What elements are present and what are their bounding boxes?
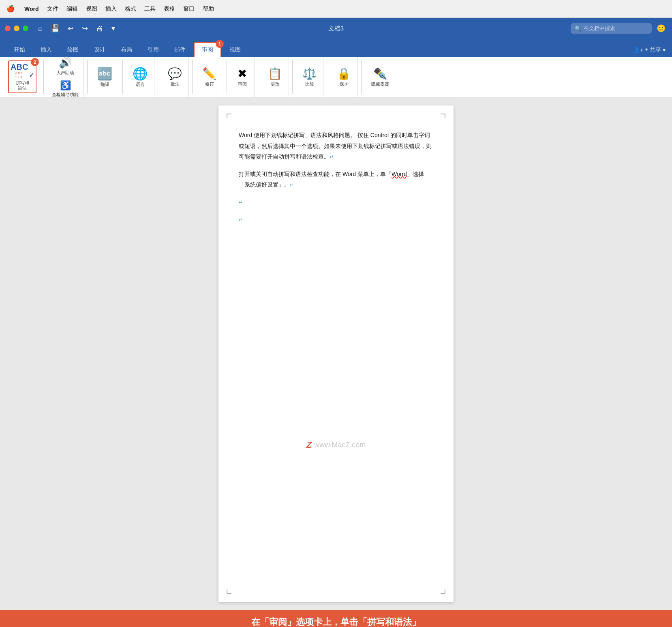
- menu-help[interactable]: 帮助: [203, 5, 214, 13]
- review-button[interactable]: ✖ 审阅: [234, 64, 250, 89]
- tab-layout[interactable]: 布局: [113, 43, 139, 57]
- main-area: Word 使用下划线标记拼写、语法和风格问题。 按住 Control 的同时单击…: [0, 97, 672, 610]
- divider-3: [122, 60, 123, 94]
- tab-start[interactable]: 开始: [6, 43, 32, 57]
- tab-design[interactable]: 设计: [87, 43, 113, 57]
- tab-view[interactable]: 视图: [222, 43, 248, 57]
- divider-8: [292, 60, 293, 94]
- search-icon: 🔍: [575, 26, 581, 32]
- titlebar-right: 🔍 在文档中搜索 🙂: [571, 23, 666, 34]
- menu-window[interactable]: 窗口: [183, 5, 195, 13]
- print-button[interactable]: 🖨: [93, 23, 107, 34]
- compare-button[interactable]: ⚖️ 比较: [299, 64, 320, 89]
- hide-ink-label: 隐藏墨迹: [371, 82, 389, 87]
- menu-edit[interactable]: 编辑: [66, 5, 78, 13]
- spell-grammar-button[interactable]: 2 ABC ABC123 ✓ 拼写和 语法: [8, 60, 36, 93]
- menu-format[interactable]: 格式: [125, 5, 136, 13]
- divider-1: [43, 60, 44, 94]
- menu-insert[interactable]: 插入: [105, 5, 117, 13]
- comment-label: 批注: [171, 82, 180, 87]
- doc-paragraph-1: Word 使用下划线标记拼写、语法和风格问题。 按住 Control 的同时单击…: [239, 130, 433, 162]
- group-review: ✖ 审阅: [230, 57, 255, 97]
- doc-paragraph-empty-1: ↵: [239, 197, 433, 208]
- spell-badge: 2: [31, 58, 39, 66]
- word-error: Worrd: [392, 171, 407, 177]
- protect-icon: 🔒: [337, 67, 351, 80]
- divider-5: [192, 60, 193, 94]
- customize-button[interactable]: ▾: [108, 22, 118, 34]
- document-title: 文档3: [328, 25, 344, 32]
- hide-ink-button[interactable]: ✒️ 隐藏墨迹: [368, 64, 392, 89]
- hide-ink-icon: ✒️: [373, 67, 387, 80]
- doc-paragraph-2: 打开或关闭自动拼写和语法检查功能，在 Word 菜单上，单「Worrd」选择「系…: [239, 169, 433, 190]
- watermark-text: www.MacZ.com: [314, 438, 366, 451]
- language-button[interactable]: 🌐 语言: [129, 64, 151, 90]
- search-box[interactable]: 🔍 在文档中搜索: [571, 23, 652, 34]
- home-button[interactable]: ⌂: [35, 23, 46, 34]
- corner-marker-tr: [441, 114, 445, 118]
- menu-table[interactable]: 表格: [164, 5, 175, 13]
- accessibility-icon: ♿: [60, 80, 71, 91]
- group-protect: 🔒 保护: [330, 57, 358, 97]
- watermark: Z www.MacZ.com: [306, 437, 366, 453]
- share-button[interactable]: 👤+ + 共享 ▾: [633, 46, 666, 57]
- divider-2: [87, 60, 88, 94]
- app-name[interactable]: Word: [24, 6, 39, 12]
- abc-large-icon: ABC: [11, 63, 28, 71]
- tab-reference[interactable]: 引用: [140, 43, 166, 57]
- chevron-down-icon: ▾: [663, 47, 666, 53]
- document-page[interactable]: Word 使用下划线标记拼写、语法和风格问题。 按住 Control 的同时单击…: [218, 105, 454, 602]
- translate-button[interactable]: 🔤 翻译: [94, 64, 116, 90]
- doc-paragraph-empty-2: ↵: [239, 214, 433, 225]
- close-button[interactable]: [5, 26, 11, 31]
- change-button[interactable]: 📋 更改: [265, 64, 285, 89]
- divider-6: [227, 60, 227, 94]
- compare-icon: ⚖️: [302, 67, 317, 80]
- checkmark-icon: ✓: [29, 71, 34, 79]
- tab-review[interactable]: 审阅 1: [194, 42, 221, 57]
- language-icon: 🌐: [133, 67, 148, 81]
- track-changes-button[interactable]: ✏️ 修订: [199, 64, 220, 89]
- menu-view[interactable]: 视图: [86, 5, 97, 13]
- divider-10: [361, 60, 362, 94]
- titlebar-left: [0, 26, 28, 31]
- apple-icon[interactable]: 🍎: [6, 5, 15, 13]
- protect-button[interactable]: 🔒 保护: [334, 64, 354, 89]
- divider-7: [258, 60, 258, 94]
- menu-file[interactable]: 文件: [47, 5, 58, 13]
- titlebar: ⌂ 💾 ↩ ↪ 🖨 ▾ 文档3 🔍 在文档中搜索 🙂: [0, 18, 672, 39]
- divider-9: [327, 60, 327, 94]
- review-icon: ✖: [238, 67, 247, 80]
- macos-menubar: 🍎 Word 文件 编辑 视图 插入 格式 工具 表格 窗口 帮助: [0, 0, 672, 18]
- minimize-button[interactable]: [14, 26, 19, 31]
- undo-button[interactable]: ↩: [64, 22, 77, 34]
- abc-123-label: ABC123: [15, 71, 24, 79]
- bottom-caption: 在「审阅」选项卡上，单击「拼写和语法」: [0, 610, 672, 627]
- track-changes-label: 修订: [205, 82, 214, 87]
- accessibility-label: 查检辅助功能: [52, 92, 79, 97]
- accessibility-button[interactable]: ♿ 查检辅助功能: [50, 79, 80, 99]
- search-placeholder: 在文档中搜索: [584, 25, 615, 32]
- ribbon-toolbar: 2 ABC ABC123 ✓ 拼写和 语法 🔊 大声朗读 ♿ 查检辅助功能 🔤: [0, 57, 672, 97]
- share-icon: 👤+: [633, 47, 643, 53]
- comment-button[interactable]: 💬 批注: [165, 64, 185, 89]
- spell-label: 拼写和 语法: [16, 80, 29, 91]
- group-accessibility: 🔊 大声朗读 ♿ 查检辅助功能: [47, 57, 84, 97]
- language-label: 语言: [136, 82, 145, 87]
- redo-button[interactable]: ↪: [79, 22, 91, 34]
- save-button[interactable]: 💾: [47, 22, 63, 34]
- comment-icon: 💬: [168, 67, 182, 80]
- group-proofing: 2 ABC ABC123 ✓ 拼写和 语法: [5, 57, 40, 97]
- read-aloud-button[interactable]: 🔊 大声朗读: [55, 55, 76, 77]
- compare-label: 比较: [305, 82, 314, 87]
- group-compare: ⚖️ 比较: [296, 57, 323, 97]
- tab-mailing[interactable]: 邮件: [167, 43, 193, 57]
- caption-text: 在「审阅」选项卡上，单击「拼写和语法」: [251, 616, 421, 627]
- corner-marker-br: [441, 589, 445, 594]
- fullscreen-button[interactable]: [23, 26, 28, 31]
- corner-marker-tl: [227, 114, 231, 118]
- group-change: 📋 更改: [261, 57, 289, 97]
- group-translate: 🔤 翻译: [91, 57, 119, 97]
- account-icon[interactable]: 🙂: [657, 24, 666, 33]
- menu-tools[interactable]: 工具: [144, 5, 156, 13]
